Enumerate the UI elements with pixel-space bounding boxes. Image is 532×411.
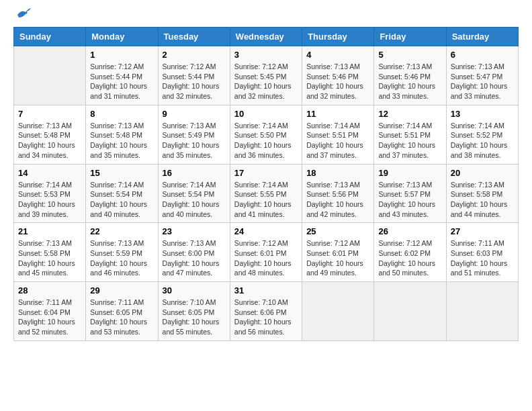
calendar-cell: 5 Sunrise: 7:13 AM Sunset: 5:46 PM Dayli… — [374, 46, 446, 105]
sunrise-text: Sunrise: 7:10 AM — [163, 298, 216, 306]
calendar-cell: 11 Sunrise: 7:14 AM Sunset: 5:51 PM Dayl… — [302, 105, 374, 164]
day-info: Sunrise: 7:12 AM Sunset: 6:01 PM Dayligh… — [234, 238, 298, 278]
day-info: Sunrise: 7:13 AM Sunset: 5:58 PM Dayligh… — [451, 180, 514, 220]
sunset-text: Sunset: 5:49 PM — [163, 131, 215, 139]
sunset-text: Sunset: 5:44 PM — [163, 73, 215, 81]
day-number: 5 — [378, 50, 441, 60]
column-header-monday: Monday — [86, 28, 158, 46]
day-number: 26 — [378, 226, 441, 236]
sunrise-text: Sunrise: 7:14 AM — [234, 122, 288, 130]
calendar-cell: 26 Sunrise: 7:12 AM Sunset: 6:02 PM Dayl… — [374, 223, 446, 282]
calendar-week-4: 21 Sunrise: 7:13 AM Sunset: 5:58 PM Dayl… — [14, 223, 519, 282]
daylight-text: Daylight: 10 hours and 51 minutes. — [451, 259, 508, 277]
sunrise-text: Sunrise: 7:13 AM — [451, 181, 504, 189]
sunrise-text: Sunrise: 7:12 AM — [234, 239, 288, 247]
day-info: Sunrise: 7:11 AM Sunset: 6:03 PM Dayligh… — [451, 238, 514, 278]
daylight-text: Daylight: 10 hours and 43 minutes. — [378, 200, 435, 218]
calendar-cell: 6 Sunrise: 7:13 AM Sunset: 5:47 PM Dayli… — [446, 46, 518, 105]
daylight-text: Daylight: 10 hours and 52 minutes. — [18, 318, 75, 336]
daylight-text: Daylight: 10 hours and 36 minutes. — [234, 141, 292, 159]
sunset-text: Sunset: 5:59 PM — [90, 249, 142, 257]
day-info: Sunrise: 7:10 AM Sunset: 6:06 PM Dayligh… — [234, 298, 298, 337]
day-info: Sunrise: 7:11 AM Sunset: 6:05 PM Dayligh… — [90, 298, 153, 337]
day-number: 28 — [18, 285, 81, 295]
calendar-cell: 23 Sunrise: 7:13 AM Sunset: 6:00 PM Dayl… — [158, 223, 230, 282]
daylight-text: Daylight: 10 hours and 33 minutes. — [451, 82, 508, 100]
calendar-cell: 15 Sunrise: 7:14 AM Sunset: 5:54 PM Dayl… — [86, 164, 158, 223]
calendar-cell: 24 Sunrise: 7:12 AM Sunset: 6:01 PM Dayl… — [230, 223, 302, 282]
sunset-text: Sunset: 6:01 PM — [234, 249, 287, 257]
calendar-cell: 9 Sunrise: 7:13 AM Sunset: 5:49 PM Dayli… — [158, 105, 230, 164]
column-header-wednesday: Wednesday — [230, 28, 302, 46]
calendar-cell: 16 Sunrise: 7:14 AM Sunset: 5:54 PM Dayl… — [158, 164, 230, 223]
calendar-cell: 8 Sunrise: 7:13 AM Sunset: 5:48 PM Dayli… — [86, 105, 158, 164]
sunrise-text: Sunrise: 7:14 AM — [378, 122, 432, 130]
calendar-cell: 22 Sunrise: 7:13 AM Sunset: 5:59 PM Dayl… — [86, 223, 158, 282]
sunset-text: Sunset: 6:00 PM — [163, 249, 215, 257]
calendar-cell: 29 Sunrise: 7:11 AM Sunset: 6:05 PM Dayl… — [86, 282, 158, 341]
calendar-week-2: 7 Sunrise: 7:13 AM Sunset: 5:48 PM Dayli… — [14, 105, 519, 164]
daylight-text: Daylight: 10 hours and 39 minutes. — [18, 200, 75, 218]
day-number: 29 — [90, 285, 153, 295]
day-info: Sunrise: 7:13 AM Sunset: 5:46 PM Dayligh… — [378, 62, 441, 101]
day-info: Sunrise: 7:14 AM Sunset: 5:54 PM Dayligh… — [163, 180, 226, 220]
day-number: 17 — [234, 168, 298, 178]
sunrise-text: Sunrise: 7:13 AM — [90, 239, 144, 247]
calendar-cell: 17 Sunrise: 7:14 AM Sunset: 5:55 PM Dayl… — [230, 164, 302, 223]
daylight-text: Daylight: 10 hours and 41 minutes. — [234, 200, 292, 218]
logo-text — [13, 13, 31, 20]
calendar-cell: 7 Sunrise: 7:13 AM Sunset: 5:48 PM Dayli… — [14, 105, 86, 164]
sunrise-text: Sunrise: 7:13 AM — [18, 122, 72, 130]
sunrise-text: Sunrise: 7:13 AM — [18, 239, 72, 247]
daylight-text: Daylight: 10 hours and 40 minutes. — [90, 200, 147, 218]
calendar-cell: 3 Sunrise: 7:12 AM Sunset: 5:45 PM Dayli… — [230, 46, 302, 105]
sunrise-text: Sunrise: 7:14 AM — [18, 181, 72, 189]
daylight-text: Daylight: 10 hours and 48 minutes. — [234, 259, 292, 277]
column-header-thursday: Thursday — [302, 28, 374, 46]
sunset-text: Sunset: 6:05 PM — [90, 308, 142, 316]
day-number: 30 — [163, 285, 226, 295]
sunset-text: Sunset: 5:47 PM — [451, 73, 503, 81]
daylight-text: Daylight: 10 hours and 40 minutes. — [163, 200, 220, 218]
daylight-text: Daylight: 10 hours and 50 minutes. — [378, 259, 435, 277]
calendar-table: SundayMondayTuesdayWednesdayThursdayFrid… — [13, 27, 519, 341]
sunset-text: Sunset: 5:45 PM — [234, 73, 287, 81]
sunset-text: Sunset: 5:57 PM — [378, 190, 431, 198]
header-row: SundayMondayTuesdayWednesdayThursdayFrid… — [14, 28, 519, 46]
day-number: 11 — [306, 109, 369, 119]
sunrise-text: Sunrise: 7:11 AM — [451, 239, 504, 247]
sunset-text: Sunset: 5:50 PM — [234, 131, 287, 139]
daylight-text: Daylight: 10 hours and 56 minutes. — [234, 318, 292, 336]
sunrise-text: Sunrise: 7:10 AM — [234, 298, 288, 306]
calendar-cell: 31 Sunrise: 7:10 AM Sunset: 6:06 PM Dayl… — [230, 282, 302, 341]
calendar-cell: 25 Sunrise: 7:12 AM Sunset: 6:01 PM Dayl… — [302, 223, 374, 282]
sunset-text: Sunset: 5:56 PM — [306, 190, 359, 198]
sunrise-text: Sunrise: 7:13 AM — [163, 122, 216, 130]
calendar-week-1: 1 Sunrise: 7:12 AM Sunset: 5:44 PM Dayli… — [14, 46, 519, 105]
day-number: 21 — [18, 226, 81, 236]
day-number: 22 — [90, 226, 153, 236]
daylight-text: Daylight: 10 hours and 35 minutes. — [90, 141, 147, 159]
day-number: 2 — [163, 50, 226, 60]
daylight-text: Daylight: 10 hours and 38 minutes. — [451, 141, 508, 159]
day-info: Sunrise: 7:13 AM Sunset: 5:48 PM Dayligh… — [18, 121, 81, 161]
sunrise-text: Sunrise: 7:12 AM — [234, 62, 288, 71]
sunrise-text: Sunrise: 7:12 AM — [378, 239, 432, 247]
column-header-friday: Friday — [374, 28, 446, 46]
day-info: Sunrise: 7:13 AM Sunset: 6:00 PM Dayligh… — [163, 238, 226, 278]
sunset-text: Sunset: 5:55 PM — [234, 190, 287, 198]
daylight-text: Daylight: 10 hours and 37 minutes. — [378, 141, 435, 159]
sunset-text: Sunset: 5:48 PM — [18, 131, 71, 139]
sunset-text: Sunset: 6:04 PM — [18, 308, 71, 316]
daylight-text: Daylight: 10 hours and 47 minutes. — [163, 259, 220, 277]
sunrise-text: Sunrise: 7:13 AM — [163, 239, 216, 247]
calendar-cell: 12 Sunrise: 7:14 AM Sunset: 5:51 PM Dayl… — [374, 105, 446, 164]
sunset-text: Sunset: 5:51 PM — [378, 131, 431, 139]
column-header-saturday: Saturday — [446, 28, 518, 46]
daylight-text: Daylight: 10 hours and 31 minutes. — [90, 82, 147, 100]
day-number: 12 — [378, 109, 441, 119]
day-number: 4 — [306, 50, 369, 60]
sunrise-text: Sunrise: 7:12 AM — [306, 239, 360, 247]
daylight-text: Daylight: 10 hours and 32 minutes. — [306, 82, 363, 100]
day-info: Sunrise: 7:12 AM Sunset: 5:45 PM Dayligh… — [234, 62, 298, 101]
